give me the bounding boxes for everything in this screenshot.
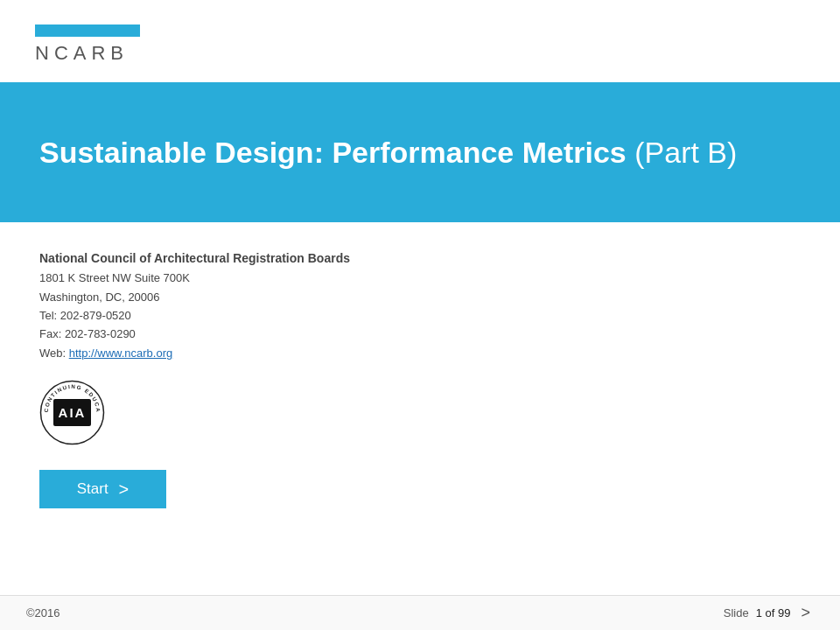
- logo-container: NCARB: [35, 24, 805, 65]
- logo-bar: [35, 24, 140, 37]
- start-button[interactable]: Start >: [39, 470, 166, 508]
- next-slide-button[interactable]: >: [797, 604, 814, 622]
- fax: Fax: 202-783-0290: [39, 325, 801, 343]
- banner-title: Sustainable Design: Performance Metrics …: [39, 135, 737, 171]
- footer-slide-count: 1 of 99: [756, 606, 791, 620]
- address-line1: 1801 K Street NW Suite 700K: [39, 269, 801, 287]
- header: NCARB: [0, 0, 840, 82]
- address-line2: Washington, DC, 20006: [39, 288, 801, 306]
- content-area: National Council of Architectural Regist…: [0, 222, 840, 508]
- footer-slide-label: Slide: [724, 606, 749, 620]
- web-label: Web:: [39, 346, 69, 360]
- tel: Tel: 202-879-0520: [39, 306, 801, 325]
- banner: Sustainable Design: Performance Metrics …: [0, 82, 840, 222]
- start-label: Start: [77, 480, 108, 498]
- banner-title-normal: (Part B): [626, 136, 738, 169]
- logo-text: NCARB: [35, 42, 129, 65]
- web-url[interactable]: http://www.ncarb.org: [69, 346, 173, 360]
- svg-text:AIA: AIA: [59, 405, 87, 420]
- footer-copyright: ©2016: [26, 606, 60, 620]
- footer: ©2016 Slide 1 of 99 >: [0, 595, 840, 630]
- aia-badge-svg: CONTINUING EDUCATION AIA: [39, 380, 105, 445]
- footer-nav: Slide 1 of 99 >: [724, 604, 814, 622]
- web-line: Web: http://www.ncarb.org: [39, 344, 801, 362]
- org-name: National Council of Architectural Regist…: [39, 248, 801, 269]
- org-info: National Council of Architectural Regist…: [39, 248, 801, 362]
- banner-title-bold: Sustainable Design: Performance Metrics: [39, 136, 626, 169]
- aia-badge: CONTINUING EDUCATION AIA: [39, 380, 105, 445]
- start-arrow-icon: >: [119, 480, 130, 500]
